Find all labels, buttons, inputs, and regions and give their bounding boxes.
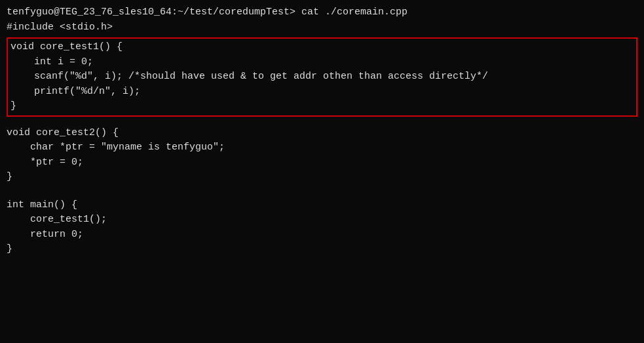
spacer3 xyxy=(7,192,637,198)
prompt-line: tenfyguo@TEG_23_76_sles10_64:~/test/core… xyxy=(7,5,637,20)
main-line5: } xyxy=(7,242,637,257)
core-test2-line1: void core_test2() { xyxy=(7,126,637,141)
core-test1-line4: printf("%d/n", i); xyxy=(10,85,634,100)
spacer1 xyxy=(7,119,637,126)
core-test1-line1: void core_test1() { xyxy=(10,40,634,55)
core-test2-line2: char *ptr = "myname is tenfyguo"; xyxy=(7,140,637,155)
terminal-window: tenfyguo@TEG_23_76_sles10_64:~/test/core… xyxy=(0,0,644,343)
core-test1-line5: } xyxy=(10,99,634,114)
core-test2-line4: } xyxy=(7,170,637,185)
main-line3: return 0; xyxy=(7,228,637,243)
main-line1: int main() { xyxy=(7,198,637,213)
core-test1-line2: int i = 0; xyxy=(10,55,634,70)
core-test1-line3: scanf("%d", i); /*should have used & to … xyxy=(10,70,634,85)
main-line2: core_test1(); xyxy=(7,212,637,228)
include-line: #include <stdio.h> xyxy=(7,20,637,35)
core-test2-line3: *ptr = 0; xyxy=(7,155,637,171)
highlighted-code-block: void core_test1() { int i = 0; scanf("%d… xyxy=(7,37,637,117)
spacer2 xyxy=(7,185,637,192)
